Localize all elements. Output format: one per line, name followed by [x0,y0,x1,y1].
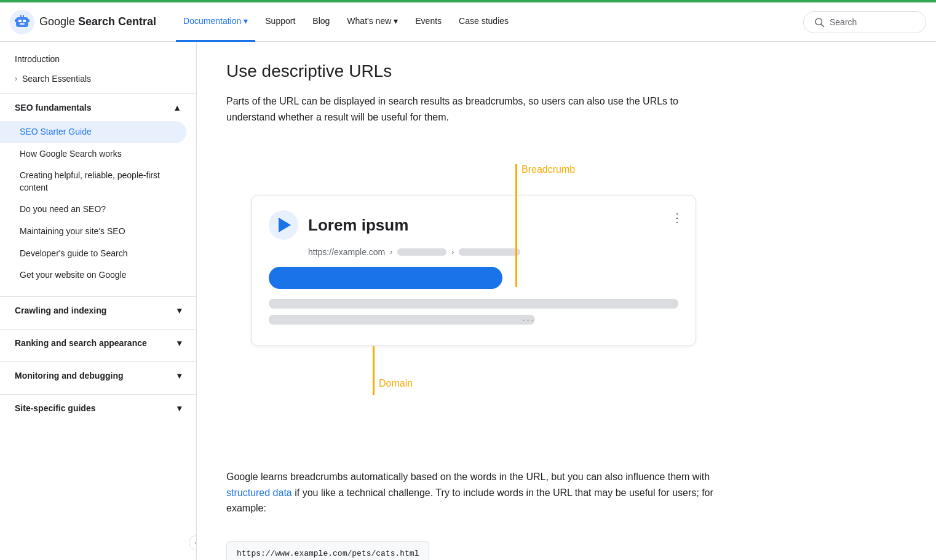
svg-rect-3 [23,20,26,22]
logo-text: Google Search Central [39,15,156,28]
url-separator-1: › [390,248,392,256]
play-icon [279,218,291,232]
chevron-down-ranking-icon: ▾ [177,338,181,348]
domain-line [373,346,375,395]
breadcrumb-line [515,164,517,287]
nav-links: Documentation ▾ Support Blog What's new … [176,2,803,42]
nav-documentation[interactable]: Documentation ▾ [176,2,255,42]
main-content: Use descriptive URLs Parts of the URL ca… [197,42,750,560]
gray-bar-2: ··· [269,315,535,325]
chevron-up-icon: ▲ [173,103,181,112]
body-text-1: Google learns breadcrumbs automatically … [226,471,710,482]
search-result-header: Lorem ipsum [269,210,678,240]
sidebar-group-site-specific-header[interactable]: Site-specific guides ▾ [0,395,196,422]
whats-new-dropdown-icon: ▾ [394,16,398,26]
sidebar-item-do-you-need-seo[interactable]: Do you need an SEO? [0,199,196,221]
documentation-dropdown-icon: ▾ [244,16,248,26]
sidebar-group-crawling: Crawling and indexing ▾ [0,296,196,324]
sidebar-item-developers-guide[interactable]: Developer's guide to Search [0,243,196,265]
sidebar-group-site-specific: Site-specific guides ▾ [0,394,196,422]
sidebar-group-seo-fundamentals: SEO fundamentals ▲ SEO Starter Guide How… [0,93,196,291]
top-nav: Google Search Central Documentation ▾ Su… [0,2,936,42]
url-text: https://example.com [308,247,385,257]
logo-icon [10,10,34,34]
search-result-title: Lorem ipsum [308,216,408,235]
search-result-url-row: https://example.com › › [269,247,678,257]
nav-case-studies[interactable]: Case studies [451,2,516,42]
logo[interactable]: Google Search Central [10,10,156,34]
layout: Introduction › Search Essentials SEO fun… [0,42,936,560]
sidebar-item-seo-starter-guide[interactable]: SEO Starter Guide [0,121,186,143]
svg-line-10 [821,24,823,26]
svg-rect-1 [16,17,28,27]
chevron-down-site-specific-icon: ▾ [177,403,181,413]
domain-annotation: Domain [239,346,708,395]
three-dots-menu[interactable]: ⋮ [671,210,683,225]
sidebar-item-introduction[interactable]: Introduction [0,49,196,69]
sidebar-group-seo-fundamentals-content: SEO Starter Guide How Google Search work… [0,121,196,291]
sidebar: Introduction › Search Essentials SEO fun… [0,42,197,560]
sidebar-item-maintaining-seo[interactable]: Maintaining your site's SEO [0,221,196,243]
intro-text: Parts of the URL can be displayed in sea… [226,93,721,125]
search-result-card: ⋮ Lorem ipsum https://example.com › › [251,195,696,346]
svg-rect-5 [15,19,17,22]
sidebar-item-get-website-on-google[interactable]: Get your website on Google [0,264,196,286]
search-icon [814,17,825,28]
structured-data-link[interactable]: structured data [226,487,292,498]
nav-whats-new[interactable]: What's new ▾ [339,2,405,42]
url-gray-segment-2 [459,248,520,256]
search-bar[interactable]: Search [803,11,926,33]
nav-support[interactable]: Support [258,2,303,42]
sidebar-item-how-google-search-works[interactable]: How Google Search works [0,143,196,165]
svg-rect-2 [18,20,22,22]
sidebar-group-ranking: Ranking and search appearance ▾ [0,329,196,357]
sidebar-item-search-essentials[interactable]: › Search Essentials [0,69,196,89]
search-label: Search [830,17,857,27]
gray-bar-1 [269,299,678,309]
chevron-down-monitoring-icon: ▾ [177,371,181,381]
chevron-right-icon: › [15,74,17,83]
breadcrumb-label: Breadcrumb [522,164,575,175]
url-separator-2: › [451,248,454,256]
blue-bar [269,267,502,289]
sidebar-group-monitoring-header[interactable]: Monitoring and debugging ▾ [0,362,196,389]
code-example-1: https://www.example.com/pets/cats.html [226,541,429,560]
domain-label: Domain [379,378,413,389]
sidebar-group-seo-fundamentals-header[interactable]: SEO fundamentals ▲ [0,94,196,121]
sidebar-group-ranking-header[interactable]: Ranking and search appearance ▾ [0,329,196,357]
page-title: Use descriptive URLs [226,61,721,81]
url-gray-segment-1 [397,248,446,256]
nav-blog[interactable]: Blog [305,2,337,42]
svg-rect-4 [20,23,25,25]
body-text-paragraph: Google learns breadcrumbs automatically … [226,469,721,516]
chevron-down-crawling-icon: ▾ [177,306,181,315]
body-text-2: if you like a technical challenge. Try t… [226,487,713,514]
sidebar-group-crawling-header[interactable]: Crawling and indexing ▾ [0,297,196,324]
result-icon [269,210,298,240]
svg-rect-6 [28,19,30,22]
sidebar-group-monitoring: Monitoring and debugging ▾ [0,361,196,389]
sidebar-collapse-button[interactable]: ‹ [189,535,197,550]
svg-rect-7 [20,15,22,18]
search-result-diagram: Breadcrumb ⋮ Lorem ipsum https://example… [226,140,721,469]
sidebar-item-creating-helpful-content[interactable]: Creating helpful, reliable, people-first… [0,165,196,199]
svg-rect-8 [23,15,24,18]
sidebar-top-items: Introduction › Search Essentials [0,42,196,89]
nav-events[interactable]: Events [408,2,449,42]
